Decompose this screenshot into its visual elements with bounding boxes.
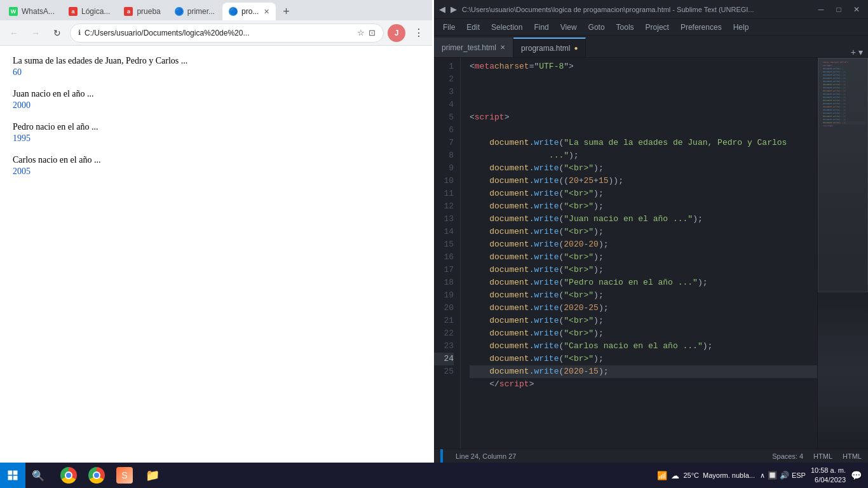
time-display: 10:58 a. m.	[811, 466, 846, 475]
taskbar-chrome[interactable]	[56, 463, 81, 488]
weather-label: Mayorm. nubla...	[703, 471, 755, 479]
statusbar-language[interactable]: HTML	[843, 452, 862, 460]
maximize-button[interactable]: □	[832, 3, 845, 16]
browser-tab-bar: W WhatsA... a Lógica... a prueba 🔵 prime…	[0, 0, 432, 20]
menu-tools[interactable]: Tools	[611, 22, 639, 33]
network-status-icon[interactable]: 🔲	[768, 471, 777, 480]
taskbar-sublime[interactable]: S	[112, 463, 137, 488]
tab-whatsapp[interactable]: W WhatsA...	[3, 3, 61, 20]
ln-25: 25	[434, 365, 454, 378]
sublime-tab-bar: primer_test.html ✕ programa.html ● + ▾	[434, 36, 868, 58]
tab-whatsapp-label: WhatsA...	[22, 7, 55, 16]
code-line-16: document.write("<br>");	[470, 264, 817, 276]
ln-17: 17	[434, 264, 454, 276]
volume-icon[interactable]: 🔊	[780, 471, 789, 480]
taskbar-chrome-2[interactable]	[84, 463, 109, 488]
ln-20: 20	[434, 302, 454, 315]
code-line-12: document.write("Juan nacio en el año ...…	[470, 213, 817, 226]
reload-button[interactable]: ↻	[48, 24, 66, 42]
ln-1: 1	[434, 60, 454, 73]
menu-view[interactable]: View	[555, 22, 582, 33]
minimize-button[interactable]: ─	[815, 3, 827, 16]
sublime-nav-right[interactable]: ▶	[451, 4, 457, 14]
stab-programa-label: programa.html	[521, 44, 570, 53]
star-icon[interactable]: ☆	[357, 28, 365, 37]
tab-prueba[interactable]: a prueba	[118, 3, 166, 20]
code-line-17: document.write("Pedro nacio en el año ..…	[470, 276, 817, 289]
weather-icon[interactable]: ☁	[671, 471, 679, 480]
tab-programa-close[interactable]: ✕	[264, 8, 269, 16]
line-numbers: 1 2 3 4 5 6 7 8 9 10 11 12 13 14 15 16 1…	[434, 58, 461, 449]
minimap[interactable]: <meta charset="UTF-8"> <script> document…	[817, 58, 868, 449]
taskbar-explorer[interactable]: 📁	[140, 463, 165, 488]
code-line-11: document.write("<br>");	[470, 200, 817, 213]
ln-22: 22	[434, 327, 454, 340]
menu-file[interactable]: File	[438, 22, 460, 33]
tab-list-action[interactable]: ▾	[858, 47, 863, 57]
taskbar-apps: S 📁	[51, 463, 170, 488]
language-indicator[interactable]: ESP	[792, 471, 806, 479]
stab-programa[interactable]: programa.html ●	[513, 37, 586, 57]
code-line-23: document.write("<br>");	[470, 353, 817, 365]
code-editor[interactable]: 1 2 3 4 5 6 7 8 9 10 11 12 13 14 15 16 1…	[434, 58, 868, 449]
chevron-icon[interactable]: ∧	[760, 471, 765, 480]
menu-selection[interactable]: Selection	[486, 22, 527, 33]
tab-primer[interactable]: 🔵 primer...	[168, 3, 221, 20]
code-line-10: document.write("<br>");	[470, 187, 817, 200]
browser-toolbar: ← → ↻ ℹ C:/Users/usuario/Documents/logic…	[0, 20, 432, 46]
sublime-nav-left[interactable]: ◀	[439, 4, 445, 14]
menu-goto[interactable]: Goto	[583, 22, 610, 33]
network-icon[interactable]: 📶	[657, 471, 667, 480]
sublime-statusbar: Line 24, Column 27 Spaces: 4 HTML HTML	[434, 449, 868, 463]
statusbar-spaces[interactable]: Spaces: 4	[772, 452, 803, 460]
statusbar-right: Spaces: 4 HTML HTML	[772, 452, 862, 460]
statusbar-line-col[interactable]: Line 24, Column 27	[456, 452, 516, 460]
sublime-title: C:\Users\usuario\Documents\logica de pro…	[462, 6, 810, 13]
close-button[interactable]: ✕	[850, 3, 863, 16]
content-line-1: La suma de las edades de Juan, Pedro y C…	[13, 56, 419, 66]
ln-13: 13	[434, 213, 454, 226]
code-line-7b: ...");	[470, 149, 817, 162]
address-bar[interactable]: ℹ C:/Users/usuario/Documents/logica%20de…	[70, 24, 384, 43]
content-line-4: 2000	[13, 100, 419, 111]
forward-button[interactable]: →	[27, 24, 44, 42]
code-line-20: document.write("<br>");	[470, 315, 817, 327]
code-line-15: document.write("<br>");	[470, 251, 817, 264]
menu-help[interactable]: Help	[728, 22, 754, 33]
code-line-24: document.write(2020-15);	[470, 365, 817, 378]
content-line-6: 1995	[13, 133, 419, 144]
date-display: 6/04/2023	[811, 475, 846, 485]
stab-primer-test[interactable]: primer_test.html ✕	[434, 37, 513, 57]
search-icon: 🔍	[32, 470, 44, 482]
content-line-2: 60	[13, 67, 419, 78]
new-tab-action[interactable]: +	[851, 47, 856, 57]
windows-logo-icon	[7, 470, 18, 481]
menu-find[interactable]: Find	[529, 22, 553, 33]
ln-12: 12	[434, 200, 454, 213]
menu-button[interactable]: ⋮	[409, 24, 427, 42]
start-button[interactable]	[0, 463, 25, 488]
tab-logica[interactable]: a Lógica...	[62, 3, 116, 20]
search-button[interactable]: 🔍	[25, 463, 51, 488]
sublime-window: ◀ ▶ C:\Users\usuario\Documents\logica de…	[434, 0, 868, 463]
statusbar-encoding[interactable]: HTML	[813, 452, 832, 460]
ln-19: 19	[434, 289, 454, 302]
user-avatar[interactable]: J	[388, 24, 405, 42]
menu-project[interactable]: Project	[641, 22, 674, 33]
menu-preferences[interactable]: Preferences	[675, 22, 727, 33]
sublime-titlebar: ◀ ▶ C:\Users\usuario\Documents\logica de…	[434, 0, 868, 19]
notification-icon[interactable]: 💬	[851, 470, 862, 480]
cast-icon[interactable]: ⊡	[369, 28, 376, 37]
code-content[interactable]: <meta charset="UTF-8"> <script> document…	[461, 58, 817, 449]
ln-5: 5	[434, 111, 454, 124]
tab-programa-label: pro...	[241, 7, 259, 16]
back-button[interactable]: ←	[5, 24, 23, 42]
content-line-8: 2005	[13, 166, 419, 177]
clock[interactable]: 10:58 a. m. 6/04/2023	[811, 466, 846, 485]
new-tab-button[interactable]: +	[277, 3, 295, 20]
minimap-content: <meta charset="UTF-8"> <script> document…	[818, 58, 868, 449]
tab-programa[interactable]: 🔵 pro... ✕	[222, 3, 276, 20]
menu-edit[interactable]: Edit	[461, 22, 485, 33]
ln-10: 10	[434, 175, 454, 187]
stab-primer-test-close[interactable]: ✕	[500, 44, 505, 51]
